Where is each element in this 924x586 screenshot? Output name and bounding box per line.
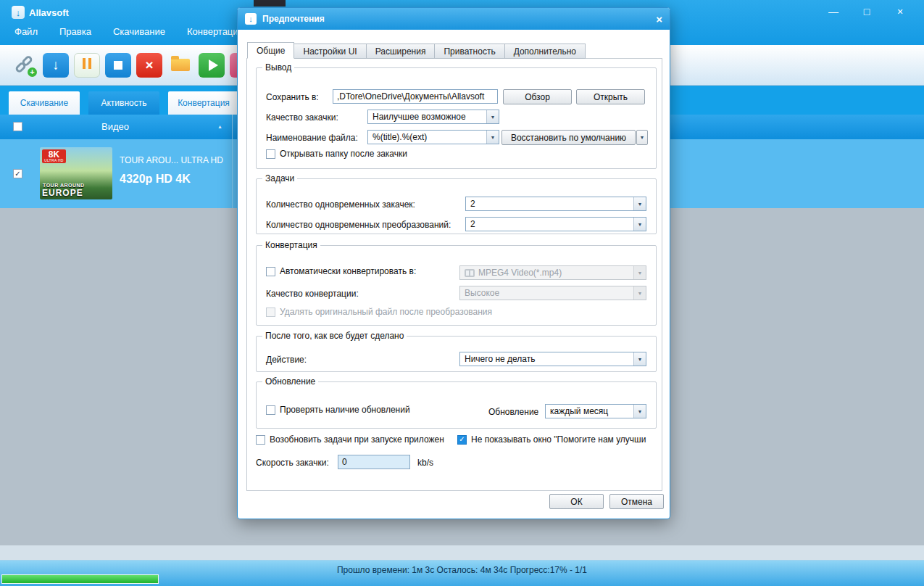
- tab-activity[interactable]: Активность: [88, 91, 159, 115]
- check-updates-label: Проверять наличие обновлений: [280, 405, 410, 415]
- selected-value: %(title).%(ext): [368, 132, 486, 142]
- tasks-group-legend: Задачи: [262, 173, 297, 183]
- auto-convert-checkbox[interactable]: [266, 267, 275, 276]
- auto-convert-label: Автоматически конвертировать в:: [280, 266, 416, 276]
- tab-privacy[interactable]: Приватность: [435, 44, 504, 59]
- stop-icon: [114, 61, 122, 70]
- restore-default-dropdown-button[interactable]: ▼: [636, 130, 648, 145]
- resume-tasks-checkbox[interactable]: [256, 435, 265, 445]
- chevron-down-icon: ▼: [633, 218, 646, 231]
- tab-extensions[interactable]: Расширения: [367, 44, 436, 59]
- concurrent-downloads-select[interactable]: 2 ▼: [465, 197, 646, 211]
- dialog-tabstrip: Общие Настройки UI Расширения Приватност…: [247, 44, 586, 59]
- tab-ui-settings[interactable]: Настройки UI: [294, 44, 366, 59]
- selected-value: Ничего не делать: [460, 354, 633, 364]
- allavsoft-app-icon: ↓: [12, 6, 25, 19]
- delete-original-checkbox: [266, 308, 275, 317]
- speed-limit-input[interactable]: 0: [338, 455, 410, 469]
- column-divider: [232, 115, 233, 139]
- progress-bar: [1, 574, 159, 584]
- conversion-group-legend: Конвертация: [262, 240, 320, 250]
- plus-icon: +: [28, 67, 37, 77]
- convert-quality-select: Высокое ▼: [459, 286, 646, 300]
- concurrent-downloads-label: Количество одновременных закачек:: [266, 199, 415, 210]
- stop-button[interactable]: [105, 53, 131, 78]
- row-checkbox[interactable]: ✓: [13, 169, 22, 178]
- tab-download[interactable]: Скачивание: [9, 91, 80, 115]
- menu-convert[interactable]: Конвертация: [187, 26, 244, 37]
- statusbar: Прошло времени: 1м 3с Осталось: 4м 34с П…: [0, 560, 924, 586]
- open-folder-button[interactable]: [167, 53, 193, 78]
- delete-button[interactable]: ×: [136, 53, 162, 78]
- minimize-button[interactable]: —: [824, 6, 843, 17]
- preferences-dialog: ↓ Предпочтения × Общие Настройки UI Расш…: [237, 7, 670, 519]
- dialog-close-button[interactable]: ×: [656, 13, 662, 25]
- thumbnail-caption: EUROPE: [42, 188, 83, 198]
- delete-original-row: Удалять оригинальный файл после преобраз…: [266, 307, 492, 317]
- output-group-legend: Вывод: [262, 62, 294, 73]
- tasks-group: Задачи Количество одновременных закачек:…: [256, 178, 657, 234]
- menu-download[interactable]: Скачивание: [113, 26, 165, 37]
- add-url-button[interactable]: +: [12, 53, 38, 78]
- video-thumbnail: 8K ULTRA HD TOUR AROUND EUROPE: [40, 147, 112, 199]
- check-updates-checkbox[interactable]: [266, 405, 275, 415]
- open-folder-label: Открывать папку после закачки: [280, 149, 407, 159]
- chevron-down-icon: ▼: [633, 405, 646, 418]
- filename-format-select[interactable]: %(title).%(ext) ▼: [367, 130, 499, 144]
- open-folder-checkbox[interactable]: [266, 149, 275, 159]
- tab-convert[interactable]: Конвертация: [168, 91, 239, 115]
- filename-format-label: Наименование файла:: [266, 133, 358, 143]
- window-controls: — □ ×: [824, 6, 910, 17]
- open-button[interactable]: Открыть: [576, 89, 645, 104]
- chevron-down-icon: ▼: [633, 286, 646, 300]
- close-button[interactable]: ×: [891, 6, 910, 17]
- chevron-down-icon: ▼: [633, 197, 646, 210]
- concurrent-conversions-select[interactable]: 2 ▼: [465, 217, 646, 231]
- sort-icon[interactable]: ▲: [217, 124, 222, 129]
- tab-advanced[interactable]: Дополнительно: [505, 44, 586, 59]
- hide-improve-window-checkbox[interactable]: ✓: [457, 435, 467, 445]
- update-period-label: Обновление: [488, 407, 538, 417]
- dialog-title: Предпочтения: [262, 14, 325, 24]
- selected-value: 2: [466, 219, 633, 229]
- main-window: ↓ Allavsoft — □ × Файл Правка Скачивание…: [0, 0, 924, 586]
- selected-value: Наилучшее возможное: [368, 112, 486, 122]
- hide-improve-window-row: ✓ Не показывать окно "Помогите нам улучш…: [457, 434, 646, 445]
- cancel-button[interactable]: Отмена: [609, 494, 664, 509]
- pause-button[interactable]: [74, 53, 100, 78]
- hide-improve-window-label: Не показывать окно "Помогите нам улучши: [471, 434, 646, 445]
- column-header-video[interactable]: Видео: [101, 121, 129, 132]
- 8k-badge: 8K ULTRA HD: [42, 149, 66, 163]
- update-period-select[interactable]: каждый месяц ▼: [545, 404, 646, 418]
- restore-default-button[interactable]: Восстановить по умолчанию: [501, 130, 636, 145]
- video-title: TOUR AROU... ULTRA HD: [120, 155, 223, 165]
- action-label: Действие:: [266, 355, 307, 365]
- video-resolution: 4320p HD 4K: [120, 173, 191, 186]
- after-done-action-select[interactable]: Ничего не делать ▼: [459, 352, 646, 366]
- maximize-button[interactable]: □: [857, 6, 876, 17]
- menubar: Файл Правка Скачивание Конвертация: [14, 26, 244, 37]
- tab-general[interactable]: Общие: [247, 42, 294, 59]
- delete-x-icon: ×: [145, 57, 153, 73]
- update-group: Обновление Проверять наличие обновлений …: [256, 381, 657, 429]
- thumbnail-caption: TOUR AROUND: [43, 183, 85, 188]
- browse-button[interactable]: Обзор: [503, 89, 572, 104]
- play-button[interactable]: [199, 53, 225, 78]
- speed-unit-label: kb/s: [417, 458, 433, 468]
- download-arrow-icon: ↓: [52, 57, 59, 73]
- convert-format-select: MPEG4 Video(*.mp4) ▼: [459, 265, 646, 280]
- ok-button[interactable]: ОК: [549, 494, 604, 509]
- selected-value: каждый месяц: [546, 406, 633, 416]
- status-text: Прошло времени: 1м 3с Осталось: 4м 34с П…: [0, 565, 924, 575]
- select-all-checkbox[interactable]: [13, 122, 22, 131]
- background-window-fragment: [254, 0, 286, 7]
- column-divider: [232, 139, 233, 208]
- download-quality-select[interactable]: Наилучшее возможное ▼: [367, 110, 499, 124]
- menu-file[interactable]: Файл: [14, 26, 38, 37]
- selected-value: 2: [466, 199, 633, 209]
- menu-edit[interactable]: Правка: [59, 26, 91, 37]
- download-button[interactable]: ↓: [43, 53, 69, 78]
- after-done-group: После того, как все будет сделано Действ…: [256, 336, 657, 372]
- save-path-input[interactable]: ,DTore\OneDrive\Документы\Allavsoft: [333, 89, 498, 104]
- resume-tasks-row: Возобновить задачи при запуске приложен: [256, 434, 444, 445]
